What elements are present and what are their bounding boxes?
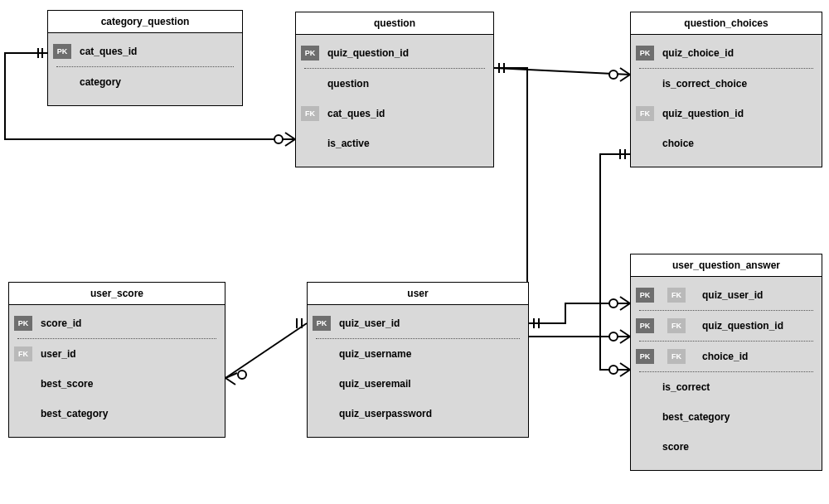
col-question: question [327, 78, 369, 90]
col-user-id: user_id [41, 348, 76, 360]
fk-badge: FK [14, 346, 32, 361]
col-quiz-useremail: quiz_useremail [339, 378, 411, 390]
pk-badge: PK [301, 46, 319, 61]
entity-category-question: category_question PKcat_ques_id category [47, 10, 243, 106]
col-quiz-question-id: quiz_question_id [702, 320, 783, 332]
col-is-correct: is_correct [662, 381, 710, 393]
col-quiz-question-id: quiz_question_id [662, 108, 744, 119]
pk-badge: PK [53, 44, 71, 59]
col-category: category [80, 76, 121, 88]
col-cat-ques-id: cat_ques_id [327, 108, 385, 119]
svg-point-5 [609, 299, 618, 308]
fk-badge: FK [636, 106, 654, 121]
pk-badge: PK [636, 46, 654, 61]
col-choice-id: choice_id [702, 351, 748, 362]
pk-badge: PK [636, 349, 654, 364]
fk-badge: FK [301, 106, 319, 121]
fk-badge: FK [667, 349, 686, 364]
entity-title: user_score [9, 283, 225, 305]
pk-badge: PK [636, 288, 654, 303]
col-best-category: best_category [662, 411, 730, 423]
svg-point-2 [609, 332, 618, 341]
col-is-correct-choice: is_correct_choice [662, 78, 747, 90]
svg-point-0 [274, 135, 283, 143]
svg-point-1 [609, 70, 618, 79]
col-quiz-username: quiz_username [339, 348, 411, 360]
col-quiz-user-id: quiz_user_id [339, 317, 400, 329]
col-choice: choice [662, 138, 694, 149]
col-quiz-choice-id: quiz_choice_id [662, 47, 734, 59]
col-best-category: best_category [41, 408, 108, 419]
entity-title: category_question [48, 11, 242, 33]
svg-point-4 [238, 371, 246, 379]
col-quiz-userpassword: quiz_userpassword [339, 408, 432, 419]
col-cat-ques-id: cat_ques_id [80, 46, 137, 57]
entity-title: user_question_answer [631, 254, 822, 277]
col-is-active: is_active [327, 138, 370, 149]
entity-question: question PKquiz_question_id question FKc… [295, 12, 494, 167]
pk-badge: PK [636, 318, 654, 333]
entity-user-question-answer: user_question_answer PKFKquiz_user_id PK… [630, 254, 822, 471]
fk-badge: FK [667, 318, 686, 333]
fk-badge: FK [667, 288, 686, 303]
entity-user-score: user_score PKscore_id FKuser_id best_sco… [8, 282, 225, 438]
pk-badge: PK [14, 316, 32, 331]
svg-point-3 [609, 366, 618, 374]
entity-title: question [296, 12, 493, 35]
pk-badge: PK [313, 316, 331, 331]
col-score: score [662, 441, 689, 453]
col-best-score: best_score [41, 378, 93, 390]
entity-question-choices: question_choices PKquiz_choice_id is_cor… [630, 12, 822, 167]
col-quiz-question-id: quiz_question_id [327, 47, 409, 59]
entity-title: user [308, 283, 528, 305]
entity-user: user PKquiz_user_id quiz_username quiz_u… [307, 282, 529, 438]
col-quiz-user-id: quiz_user_id [702, 289, 763, 301]
col-score-id: score_id [41, 317, 81, 329]
entity-title: question_choices [631, 12, 822, 35]
